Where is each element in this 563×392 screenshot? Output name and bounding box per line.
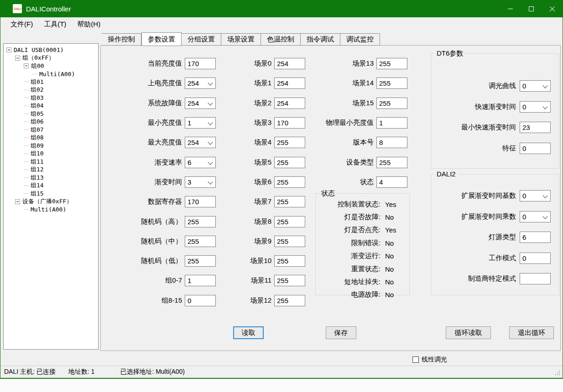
field-value[interactable] bbox=[185, 275, 215, 286]
tree-item[interactable]: DALI USB(0001) bbox=[4, 46, 98, 54]
expand-collapse-icon[interactable] bbox=[24, 154, 29, 154]
tab[interactable]: 色温控制 bbox=[261, 33, 301, 46]
field-input[interactable] bbox=[520, 253, 551, 264]
field-value[interactable] bbox=[185, 157, 215, 168]
field-input[interactable] bbox=[274, 275, 305, 286]
field-input[interactable] bbox=[185, 236, 216, 247]
menu-item[interactable]: 帮助(H) bbox=[72, 18, 106, 31]
expand-collapse-icon[interactable] bbox=[24, 122, 29, 122]
field-input[interactable] bbox=[376, 176, 407, 188]
expand-collapse-icon[interactable] bbox=[24, 129, 29, 130]
expand-collapse-icon[interactable] bbox=[24, 98, 29, 98]
field-input[interactable] bbox=[520, 273, 551, 284]
field-input[interactable] bbox=[185, 295, 216, 306]
field-value[interactable] bbox=[185, 137, 215, 148]
field-input[interactable] bbox=[520, 122, 551, 133]
field-value[interactable] bbox=[185, 118, 215, 128]
field-input[interactable] bbox=[185, 77, 216, 89]
read-button[interactable]: 读取 bbox=[233, 326, 264, 339]
field-value[interactable] bbox=[275, 78, 305, 88]
menu-item[interactable]: 工具(T) bbox=[38, 18, 72, 31]
field-value[interactable] bbox=[185, 236, 215, 247]
field-value[interactable] bbox=[185, 217, 215, 227]
field-value[interactable] bbox=[377, 98, 407, 108]
minimize-button[interactable] bbox=[500, 0, 521, 17]
expand-collapse-icon[interactable] bbox=[24, 138, 29, 138]
field-input[interactable] bbox=[185, 176, 216, 188]
tree-item[interactable]: Multi(A00) bbox=[4, 206, 98, 214]
field-value[interactable] bbox=[275, 177, 305, 187]
expand-collapse-icon[interactable] bbox=[24, 193, 29, 194]
field-value[interactable] bbox=[520, 211, 550, 222]
tree-item[interactable]: 组13 bbox=[4, 174, 98, 182]
field-input[interactable] bbox=[185, 196, 216, 207]
tree-item[interactable]: 组02 bbox=[4, 86, 98, 94]
tree-item[interactable]: 组11 bbox=[4, 158, 98, 166]
tree-item[interactable]: 组05 bbox=[4, 110, 98, 118]
field-value[interactable] bbox=[275, 137, 305, 148]
field-input[interactable] bbox=[274, 176, 305, 188]
field-value[interactable] bbox=[185, 58, 215, 69]
expand-collapse-icon[interactable] bbox=[15, 56, 20, 61]
expand-collapse-icon[interactable] bbox=[24, 90, 29, 90]
tab[interactable]: 指令调试 bbox=[301, 33, 340, 46]
exit-loop-button[interactable]: 退出循环 bbox=[509, 326, 554, 339]
tab[interactable]: 参数设置 bbox=[141, 32, 182, 46]
tree-item[interactable]: 组15 bbox=[4, 190, 98, 198]
field-input[interactable] bbox=[274, 196, 305, 207]
tree-item[interactable]: 组04 bbox=[4, 102, 98, 110]
field-input[interactable] bbox=[274, 236, 305, 247]
field-input[interactable] bbox=[185, 117, 216, 129]
tab[interactable]: 场景设置 bbox=[221, 33, 261, 46]
field-value[interactable] bbox=[185, 98, 215, 108]
tree-item[interactable]: 组09 bbox=[4, 142, 98, 150]
field-value[interactable] bbox=[520, 253, 550, 263]
field-input[interactable] bbox=[185, 216, 216, 227]
linear-dimming-checkbox[interactable]: 线性调光 bbox=[412, 356, 447, 364]
field-input[interactable] bbox=[376, 77, 407, 89]
field-input[interactable] bbox=[376, 157, 407, 168]
tree-item[interactable]: 组08 bbox=[4, 134, 98, 142]
field-value[interactable] bbox=[520, 273, 550, 284]
field-value[interactable] bbox=[185, 295, 215, 306]
save-button[interactable]: 保存 bbox=[326, 326, 356, 339]
field-value[interactable] bbox=[377, 58, 407, 69]
menu-item[interactable]: 文件(F) bbox=[5, 18, 38, 31]
field-input[interactable] bbox=[274, 117, 305, 129]
tab[interactable]: 调试监控 bbox=[340, 33, 380, 46]
expand-collapse-icon[interactable] bbox=[24, 145, 29, 146]
tree-item[interactable]: 组00 bbox=[4, 62, 98, 70]
field-value[interactable] bbox=[520, 232, 550, 242]
expand-collapse-icon[interactable] bbox=[24, 186, 29, 186]
expand-collapse-icon[interactable] bbox=[24, 113, 29, 114]
close-button[interactable] bbox=[542, 0, 563, 17]
expand-collapse-icon[interactable] bbox=[24, 170, 29, 170]
tree-item[interactable]: 组03 bbox=[4, 94, 98, 102]
checkbox-icon[interactable] bbox=[412, 356, 419, 363]
field-value[interactable] bbox=[275, 275, 305, 286]
expand-collapse-icon[interactable] bbox=[15, 199, 20, 204]
field-input[interactable] bbox=[520, 80, 551, 92]
tab[interactable]: 分组设置 bbox=[182, 33, 221, 46]
field-input[interactable] bbox=[274, 216, 305, 227]
tree-item[interactable]: 设备（广播0xFF） bbox=[4, 198, 98, 206]
field-input[interactable] bbox=[185, 137, 216, 148]
tree-item[interactable]: Multi(A00) bbox=[4, 70, 98, 78]
field-value[interactable] bbox=[275, 236, 305, 247]
field-value[interactable] bbox=[185, 196, 215, 207]
field-input[interactable] bbox=[376, 117, 407, 129]
field-value[interactable] bbox=[520, 102, 550, 112]
tree-item[interactable]: 组06 bbox=[4, 118, 98, 126]
expand-collapse-icon[interactable] bbox=[24, 106, 29, 106]
field-value[interactable] bbox=[520, 122, 550, 133]
field-value[interactable] bbox=[275, 157, 305, 168]
field-input[interactable] bbox=[520, 190, 551, 201]
field-value[interactable] bbox=[377, 137, 407, 148]
expand-collapse-icon[interactable] bbox=[32, 74, 37, 74]
field-input[interactable] bbox=[185, 157, 216, 168]
field-input[interactable] bbox=[185, 98, 216, 109]
field-input[interactable] bbox=[185, 58, 216, 69]
field-input[interactable] bbox=[185, 275, 216, 286]
field-input[interactable] bbox=[520, 143, 551, 154]
field-value[interactable] bbox=[275, 295, 305, 306]
